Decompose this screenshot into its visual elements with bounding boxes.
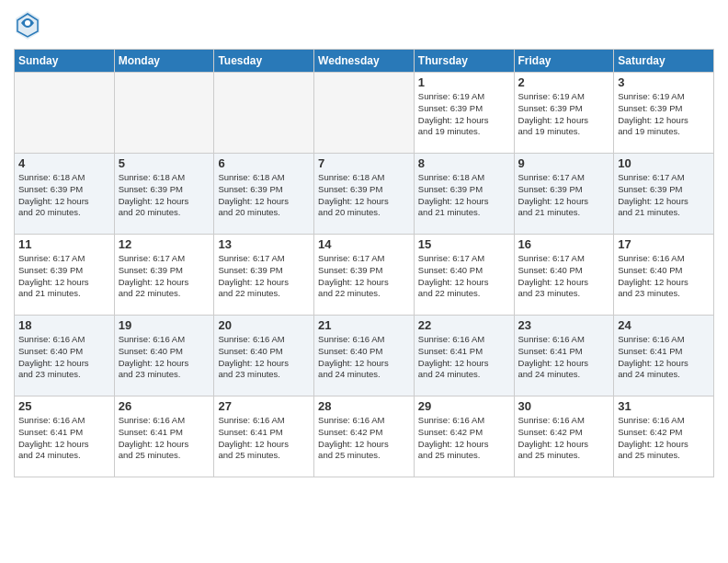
day-info: Sunrise: 6:17 AM Sunset: 6:40 PM Dayligh… (518, 253, 610, 300)
day-number: 21 (318, 318, 410, 332)
day-number: 14 (318, 237, 410, 251)
day-info: Sunrise: 6:16 AM Sunset: 6:40 PM Dayligh… (119, 334, 210, 381)
day-number: 28 (318, 399, 410, 413)
calendar-cell: 13Sunrise: 6:17 AM Sunset: 6:39 PM Dayli… (214, 235, 314, 316)
calendar-cell: 25Sunrise: 6:16 AM Sunset: 6:41 PM Dayli… (15, 396, 115, 477)
calendar-cell: 16Sunrise: 6:17 AM Sunset: 6:40 PM Dayli… (514, 235, 614, 316)
header-day-wednesday: Wednesday (314, 50, 415, 73)
day-info: Sunrise: 6:19 AM Sunset: 6:39 PM Dayligh… (518, 91, 610, 138)
day-info: Sunrise: 6:17 AM Sunset: 6:39 PM Dayligh… (318, 253, 410, 300)
day-number: 23 (518, 318, 610, 332)
calendar-week-4: 25Sunrise: 6:16 AM Sunset: 6:41 PM Dayli… (15, 396, 714, 477)
day-info: Sunrise: 6:16 AM Sunset: 6:41 PM Dayligh… (119, 415, 210, 462)
day-number: 3 (618, 75, 710, 89)
day-number: 27 (218, 399, 310, 413)
calendar-cell (114, 73, 214, 154)
day-info: Sunrise: 6:16 AM Sunset: 6:42 PM Dayligh… (318, 415, 410, 462)
day-info: Sunrise: 6:17 AM Sunset: 6:39 PM Dayligh… (218, 253, 310, 300)
day-number: 24 (618, 318, 710, 332)
calendar-cell: 28Sunrise: 6:16 AM Sunset: 6:42 PM Dayli… (314, 396, 415, 477)
day-number: 4 (18, 156, 110, 170)
day-info: Sunrise: 6:16 AM Sunset: 6:40 PM Dayligh… (618, 253, 710, 300)
day-number: 26 (119, 399, 210, 413)
calendar-cell: 12Sunrise: 6:17 AM Sunset: 6:39 PM Dayli… (114, 235, 214, 316)
day-number: 7 (318, 156, 410, 170)
calendar-week-2: 11Sunrise: 6:17 AM Sunset: 6:39 PM Dayli… (15, 235, 714, 316)
day-number: 16 (518, 237, 610, 251)
day-number: 30 (518, 399, 610, 413)
day-info: Sunrise: 6:18 AM Sunset: 6:39 PM Dayligh… (418, 172, 510, 219)
calendar-cell: 24Sunrise: 6:16 AM Sunset: 6:41 PM Dayli… (614, 316, 714, 396)
calendar-cell: 2Sunrise: 6:19 AM Sunset: 6:39 PM Daylig… (514, 73, 614, 154)
day-info: Sunrise: 6:16 AM Sunset: 6:41 PM Dayligh… (618, 334, 710, 381)
header-day-sunday: Sunday (15, 50, 115, 73)
day-info: Sunrise: 6:16 AM Sunset: 6:40 PM Dayligh… (218, 334, 310, 381)
calendar-cell: 26Sunrise: 6:16 AM Sunset: 6:41 PM Dayli… (114, 396, 214, 477)
day-number: 11 (18, 237, 110, 251)
calendar-cell: 10Sunrise: 6:17 AM Sunset: 6:39 PM Dayli… (614, 154, 714, 235)
day-number: 5 (119, 156, 210, 170)
header-day-thursday: Thursday (414, 50, 514, 73)
header (14, 9, 714, 41)
calendar-cell: 6Sunrise: 6:18 AM Sunset: 6:39 PM Daylig… (214, 154, 314, 235)
calendar-cell: 7Sunrise: 6:18 AM Sunset: 6:39 PM Daylig… (314, 154, 415, 235)
day-number: 8 (418, 156, 510, 170)
day-number: 22 (418, 318, 510, 332)
day-info: Sunrise: 6:18 AM Sunset: 6:39 PM Dayligh… (119, 172, 210, 219)
day-info: Sunrise: 6:19 AM Sunset: 6:39 PM Dayligh… (418, 91, 510, 138)
calendar-week-1: 4Sunrise: 6:18 AM Sunset: 6:39 PM Daylig… (15, 154, 714, 235)
day-number: 17 (618, 237, 710, 251)
calendar-cell: 18Sunrise: 6:16 AM Sunset: 6:40 PM Dayli… (15, 316, 115, 396)
day-number: 20 (218, 318, 310, 332)
day-info: Sunrise: 6:19 AM Sunset: 6:39 PM Dayligh… (618, 91, 710, 138)
calendar-header-row: SundayMondayTuesdayWednesdayThursdayFrid… (15, 50, 714, 73)
calendar-cell: 5Sunrise: 6:18 AM Sunset: 6:39 PM Daylig… (114, 154, 214, 235)
day-info: Sunrise: 6:16 AM Sunset: 6:42 PM Dayligh… (618, 415, 710, 462)
calendar-week-3: 18Sunrise: 6:16 AM Sunset: 6:40 PM Dayli… (15, 316, 714, 396)
header-day-saturday: Saturday (614, 50, 714, 73)
day-number: 13 (218, 237, 310, 251)
calendar-cell: 21Sunrise: 6:16 AM Sunset: 6:40 PM Dayli… (314, 316, 415, 396)
header-day-friday: Friday (514, 50, 614, 73)
day-number: 29 (418, 399, 510, 413)
calendar-cell: 1Sunrise: 6:19 AM Sunset: 6:39 PM Daylig… (414, 73, 514, 154)
day-info: Sunrise: 6:16 AM Sunset: 6:41 PM Dayligh… (418, 334, 510, 381)
calendar-cell: 14Sunrise: 6:17 AM Sunset: 6:39 PM Dayli… (314, 235, 415, 316)
calendar-cell: 23Sunrise: 6:16 AM Sunset: 6:41 PM Dayli… (514, 316, 614, 396)
day-number: 15 (418, 237, 510, 251)
calendar-cell: 22Sunrise: 6:16 AM Sunset: 6:41 PM Dayli… (414, 316, 514, 396)
day-number: 2 (518, 75, 610, 89)
day-number: 9 (518, 156, 610, 170)
day-info: Sunrise: 6:17 AM Sunset: 6:39 PM Dayligh… (18, 253, 110, 300)
day-number: 25 (18, 399, 110, 413)
calendar-cell: 27Sunrise: 6:16 AM Sunset: 6:41 PM Dayli… (214, 396, 314, 477)
day-number: 18 (18, 318, 110, 332)
day-info: Sunrise: 6:16 AM Sunset: 6:41 PM Dayligh… (18, 415, 110, 462)
calendar-cell: 19Sunrise: 6:16 AM Sunset: 6:40 PM Dayli… (114, 316, 214, 396)
day-info: Sunrise: 6:17 AM Sunset: 6:39 PM Dayligh… (518, 172, 610, 219)
calendar-cell: 31Sunrise: 6:16 AM Sunset: 6:42 PM Dayli… (614, 396, 714, 477)
calendar-cell: 9Sunrise: 6:17 AM Sunset: 6:39 PM Daylig… (514, 154, 614, 235)
day-info: Sunrise: 6:18 AM Sunset: 6:39 PM Dayligh… (218, 172, 310, 219)
calendar-cell (15, 73, 115, 154)
day-info: Sunrise: 6:16 AM Sunset: 6:41 PM Dayligh… (218, 415, 310, 462)
day-number: 6 (218, 156, 310, 170)
calendar: SundayMondayTuesdayWednesdayThursdayFrid… (14, 49, 714, 477)
day-info: Sunrise: 6:16 AM Sunset: 6:42 PM Dayligh… (518, 415, 610, 462)
calendar-cell: 29Sunrise: 6:16 AM Sunset: 6:42 PM Dayli… (414, 396, 514, 477)
calendar-cell (214, 73, 314, 154)
header-day-tuesday: Tuesday (214, 50, 314, 73)
day-info: Sunrise: 6:16 AM Sunset: 6:40 PM Dayligh… (18, 334, 110, 381)
day-number: 31 (618, 399, 710, 413)
calendar-cell: 11Sunrise: 6:17 AM Sunset: 6:39 PM Dayli… (15, 235, 115, 316)
calendar-cell: 15Sunrise: 6:17 AM Sunset: 6:40 PM Dayli… (414, 235, 514, 316)
calendar-cell: 17Sunrise: 6:16 AM Sunset: 6:40 PM Dayli… (614, 235, 714, 316)
logo (14, 9, 43, 41)
logo-icon (14, 9, 41, 41)
day-info: Sunrise: 6:16 AM Sunset: 6:41 PM Dayligh… (518, 334, 610, 381)
day-info: Sunrise: 6:17 AM Sunset: 6:39 PM Dayligh… (119, 253, 210, 300)
calendar-cell: 30Sunrise: 6:16 AM Sunset: 6:42 PM Dayli… (514, 396, 614, 477)
day-info: Sunrise: 6:17 AM Sunset: 6:40 PM Dayligh… (418, 253, 510, 300)
svg-point-2 (25, 20, 30, 26)
calendar-cell: 3Sunrise: 6:19 AM Sunset: 6:39 PM Daylig… (614, 73, 714, 154)
